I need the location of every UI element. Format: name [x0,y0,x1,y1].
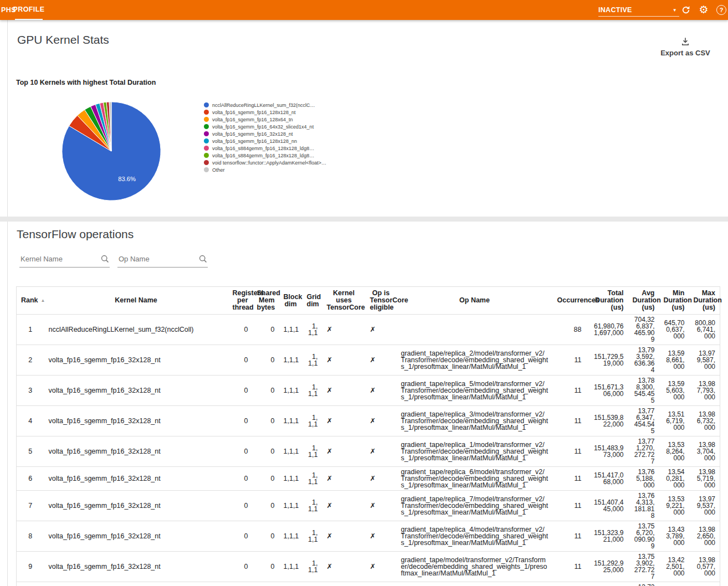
cell-kernel-name: volta_fp16_sgemm_fp16_32x128_nt [44,552,228,582]
cell-total-duration-us: 151,020,657,000 [586,582,628,586]
legend-label: volta_fp16_sgemm_fp16_32x128_nt [212,131,337,137]
cell-block-dim: 1,1,1 [279,491,303,521]
cell-total-duration-us: 151,323,921,000 [586,521,628,552]
cell-kernel-name: volta_fp16_sgemm_fp16_32x128_nt [44,491,228,521]
kernel-name-filter[interactable] [19,251,110,268]
cell-shared-mem-bytes: 0 [253,345,279,376]
cell-grid-dim: 1,1,1 [303,436,322,467]
download-icon [680,37,690,47]
cell-op-is-tensorcore-eligible: ✗ [366,345,397,376]
table-row: 8volta_fp16_sgemm_fp16_32x128_nt001,1,11… [17,521,720,552]
cell-registers-per-thread: 0 [228,552,253,582]
cell-block-dim: 1,1,1 [279,521,303,552]
pie-chart[interactable]: 83.6% [60,99,163,204]
cell-shared-mem-bytes: 0 [253,315,279,345]
cell-op-name: gradient_tape/replica_7/model/transforme… [397,491,553,521]
cell-op-name: gradient_tape/replica_3/model/transforme… [397,406,553,436]
column-header-avg-duration-us[interactable]: Avg Duration (us) [628,287,659,315]
column-header-min-duration-us[interactable]: Min Duration (us) [659,287,689,315]
refresh-icon[interactable] [680,4,691,16]
cell-op-is-tensorcore-eligible: ✗ [366,436,397,467]
cell-total-duration-us: 151,407,445,000 [586,491,628,521]
op-name-filter[interactable] [117,251,208,268]
legend-item: Other [204,167,337,173]
legend-color-dot [204,102,209,107]
table-row: 6volta_fp16_sgemm_fp16_32x128_nt001,1,11… [17,467,720,491]
table-row: 3volta_fp16_sgemm_fp16_32x128_nt001,1,11… [17,376,720,406]
cell-min-duration-us: 13,516,719,000 [659,406,689,436]
cell-grid-dim: 1,1,1 [303,467,322,491]
legend-label: volta_fp16_sgemm_fp16_128x64_tn [212,117,337,122]
cell-shared-mem-bytes: 0 [253,582,279,586]
cell-rank: 9 [17,552,44,582]
column-header-rank[interactable]: Rank▲ [17,287,44,315]
cell-avg-duration-us: 13,776,347,454.545 [628,406,659,436]
cell-rank: 7 [17,491,44,521]
column-header-op-name[interactable]: Op Name [397,287,553,315]
cell-shared-mem-bytes: 0 [253,552,279,582]
cell-block-dim: 1,1,1 [279,436,303,467]
legend-color-dot [204,146,209,151]
help-icon[interactable]: ? [716,4,727,16]
legend-item: volta_fp16_sgemm_fp16_128x64_tn [204,117,337,122]
legend-label: ncclAllReduceRingLLKernel_sum_f32(ncclC… [212,102,337,108]
cell-grid-dim: 1,1,1 [303,406,322,436]
gear-icon[interactable]: ⚙ [698,4,709,16]
cell-shared-mem-bytes: 0 [253,467,279,491]
cell-kernel-uses-tensorcore: ✗ [322,406,366,436]
column-header-block-dim[interactable]: Block dim [279,287,303,315]
cell-avg-duration-us: 704,326,837,465.909 [628,315,659,345]
cell-shared-mem-bytes: 0 [253,491,279,521]
cell-occurrences: 11 [553,491,586,521]
cell-op-is-tensorcore-eligible: ✗ [366,521,397,552]
export-csv-label: Export as CSV [660,49,710,57]
cell-block-dim: 1,1,1 [279,552,303,582]
export-csv-button[interactable]: Export as CSV [649,37,721,57]
cell-total-duration-us: 151,729,519,000 [586,345,628,376]
cell-registers-per-thread: 0 [228,345,253,376]
cell-min-duration-us: 13,301,680,000 [659,582,689,586]
column-header-occurrences[interactable]: Occurrences [553,287,586,315]
cell-min-duration-us: 13,422,501,000 [659,552,689,582]
cell-avg-duration-us: 13,764,313,181.818 [628,491,659,521]
cell-kernel-uses-tensorcore: ✗ [322,552,366,582]
cell-total-duration-us: 61,980,761,697,000 [586,315,628,345]
cell-kernel-name: volta_fp16_sgemm_fp16_32x128_nt [44,521,228,552]
column-header-op-is-tensorcore-eligible[interactable]: Op is TensorCore eligible [366,287,397,315]
legend-color-dot [204,124,209,129]
legend-label: void tensorflow::functor::ApplyAdamKerne… [212,160,337,166]
chart-legend: ncclAllReduceRingLLKernel_sum_f32(ncclC…… [204,97,337,174]
section-divider [0,217,728,222]
run-selector-dropdown[interactable]: INACTIVE ▼ [598,4,679,17]
cell-kernel-name: volta_fp16_sgemm_fp16_32x128_nt [44,436,228,467]
op-name-input[interactable] [117,254,196,264]
cell-kernel-uses-tensorcore: ✗ [322,582,366,586]
cell-min-duration-us: 13,433,789,000 [659,521,689,552]
column-header-grid-dim[interactable]: Grid dim [303,287,322,315]
run-selector-value: INACTIVE [598,6,632,14]
column-header-kernel-name[interactable]: Kernel Name [44,287,228,315]
cell-op-name: gradient_tape/replica_6/model/transforme… [397,467,553,491]
tab-profile[interactable]: PROFILE [15,0,43,20]
cell-min-duration-us: 13,540,281,000 [659,467,689,491]
cell-occurrences: 11 [553,552,586,582]
table-row: 5volta_fp16_sgemm_fp16_32x128_nt001,1,11… [17,436,720,467]
legend-label: volta_fp16_s884gemm_fp16_128x128_ldg8… [212,146,337,151]
pie-slice-percentage-label: 83.6% [118,176,136,182]
kernel-name-input[interactable] [19,254,98,264]
chevron-down-icon: ▼ [673,8,677,13]
cell-registers-per-thread: 0 [228,491,253,521]
column-header-kernel-uses-tensorcore[interactable]: Kernel uses TensorCore [322,287,366,315]
kernel-stats-table: Rank▲Kernel NameRegisters per threadShar… [16,286,720,586]
cell-kernel-name: volta_fp16_sgemm_fp16_32x128_nt [44,376,228,406]
column-header-registers-per-thread[interactable]: Registers per thread [228,287,253,315]
column-header-max-duration-us[interactable]: Max Duration (us) [689,287,720,315]
cell-max-duration-us: 13,980,577,000 [689,552,720,582]
cell-op-name: gradient_tape/model/transformer_v2/Trans… [397,552,553,582]
legend-label: volta_fp16_sgemm_fp16_64x32_sliced1x4_nt [212,124,337,130]
legend-item: ncclAllReduceRingLLKernel_sum_f32(ncclC… [204,102,337,108]
legend-color-dot [204,153,209,158]
table-row: 4volta_fp16_sgemm_fp16_32x128_nt001,1,11… [17,406,720,436]
cell-occurrences: 11 [553,521,586,552]
cell-kernel-uses-tensorcore: ✗ [322,436,366,467]
